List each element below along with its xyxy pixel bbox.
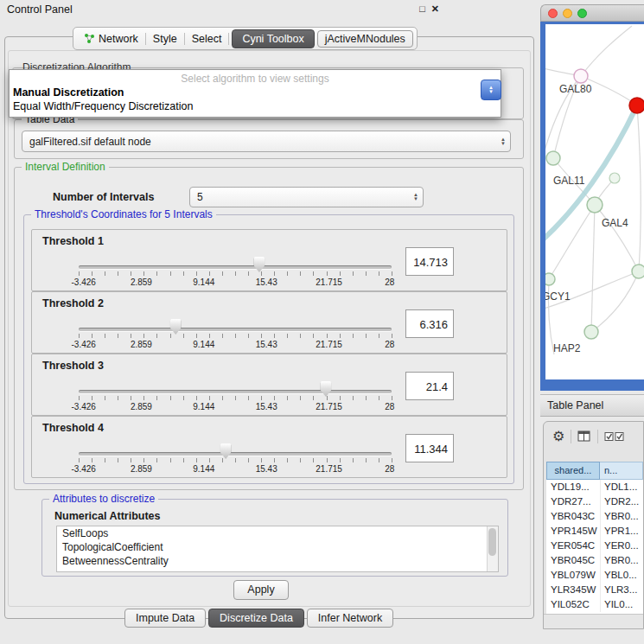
zoom-traffic-light[interactable] bbox=[577, 9, 587, 18]
column-header-name[interactable]: n... bbox=[600, 462, 643, 480]
table-row[interactable]: YBR043CYBR0... bbox=[546, 509, 643, 524]
slider-track[interactable] bbox=[79, 328, 392, 331]
cell: YDR27... bbox=[546, 494, 600, 509]
scrollbar-thumb[interactable] bbox=[488, 528, 496, 556]
tab-jactivemnodules[interactable]: jActiveMNodules bbox=[317, 30, 413, 48]
threshold-1-value-field[interactable]: 14.713 bbox=[405, 247, 454, 276]
table-row[interactable]: YLR345WYLR3... bbox=[546, 583, 643, 597]
threshold-2-value-field[interactable]: 6.316 bbox=[405, 309, 454, 338]
tab-network[interactable]: Network bbox=[77, 33, 145, 45]
threshold-1-panel: Threshold 1 -3.426 2.859 9.144 15.43 21.… bbox=[31, 229, 507, 291]
node-selected-red[interactable] bbox=[629, 98, 644, 113]
slider-thumb[interactable] bbox=[320, 381, 331, 397]
table-window: ⚙ shared... n... YDL19...YDL1... YDR27..… bbox=[543, 421, 644, 629]
threshold-3-value-field[interactable]: 21.4 bbox=[405, 372, 454, 400]
slider-scale: -3.426 2.859 9.144 15.43 21.715 28 bbox=[79, 402, 392, 412]
node-label: GAL11 bbox=[553, 175, 585, 187]
tab-select[interactable]: Select bbox=[185, 33, 229, 45]
threshold-4-slider[interactable]: -3.426 2.859 9.144 15.43 21.715 28 bbox=[79, 443, 392, 477]
threshold-2-slider[interactable]: -3.426 2.859 9.144 15.43 21.715 28 bbox=[79, 318, 392, 353]
scale-label: 9.144 bbox=[193, 464, 214, 474]
slider-thumb[interactable] bbox=[220, 443, 232, 459]
apply-button[interactable]: Apply bbox=[233, 580, 289, 600]
float-window-icon[interactable]: □ bbox=[419, 3, 425, 14]
slider-scale: -3.426 2.859 9.144 15.43 21.715 28 bbox=[79, 340, 392, 350]
tab-discretize-data[interactable]: Discretize Data bbox=[208, 609, 304, 628]
scale-label: 28 bbox=[385, 277, 394, 287]
cell: YER054C bbox=[546, 539, 600, 553]
select-columns-icons[interactable] bbox=[604, 431, 625, 442]
threshold-4-panel: Threshold 4 -3.426 2.859 9.144 15.43 21.… bbox=[31, 416, 507, 478]
node-gal11[interactable] bbox=[546, 151, 560, 165]
slider-thumb[interactable] bbox=[253, 257, 265, 272]
scale-label: 2.859 bbox=[131, 402, 152, 411]
node-gcy1[interactable] bbox=[545, 273, 555, 285]
interval-definition-title: Interval Definition bbox=[22, 161, 109, 173]
algorithm-combobox-stepper-button[interactable]: ▲ ▼ bbox=[481, 80, 501, 100]
cell: YIL052C bbox=[546, 597, 600, 612]
node-circle[interactable] bbox=[609, 173, 620, 183]
table-data-combobox[interactable]: galFiltered.sif default node ▲▼ bbox=[22, 131, 511, 152]
slider-scale: -3.426 2.859 9.144 15.43 21.715 28 bbox=[79, 464, 392, 475]
table-panel-header: Table Panel bbox=[540, 394, 644, 417]
screen: Control Panel □ ✕ Network Style Select C… bbox=[0, 0, 644, 644]
list-item[interactable]: TopologicalCoefficient bbox=[57, 540, 498, 554]
cell: YLR345W bbox=[546, 583, 600, 597]
threshold-4-value-field[interactable]: 11.344 bbox=[405, 434, 454, 462]
dropdown-option-manual-discretization[interactable]: Manual Discretization bbox=[13, 86, 124, 99]
slider-track[interactable] bbox=[79, 265, 392, 269]
column-header-shared-name[interactable]: shared... bbox=[546, 462, 600, 480]
threshold-1-slider[interactable]: -3.426 2.859 9.144 15.43 21.715 28 bbox=[79, 256, 392, 290]
node-label: HAP2 bbox=[553, 342, 581, 354]
scale-label: 21.715 bbox=[316, 277, 342, 287]
minimize-traffic-light[interactable] bbox=[563, 9, 572, 18]
close-traffic-light[interactable] bbox=[548, 9, 558, 18]
table-body: YDL19...YDL1... YDR27...YDR2... YBR043CY… bbox=[546, 480, 643, 614]
scale-label: 15.43 bbox=[256, 402, 277, 411]
gear-icon[interactable]: ⚙ bbox=[552, 430, 564, 443]
network-window-titlebar[interactable] bbox=[540, 4, 644, 22]
scale-label: 9.144 bbox=[193, 277, 214, 287]
table-row[interactable]: YDL19...YDL1... bbox=[546, 480, 643, 494]
tab-cyni-toolbox[interactable]: Cyni Toolbox bbox=[232, 29, 314, 48]
threshold-4-label: Threshold 4 bbox=[42, 422, 104, 434]
node-hap2[interactable] bbox=[584, 325, 598, 339]
table-toolbar: ⚙ bbox=[552, 425, 625, 448]
slider-thumb[interactable] bbox=[170, 319, 182, 335]
number-of-intervals-combobox[interactable]: 5 ▲▼ bbox=[189, 187, 424, 207]
table-row[interactable]: YDR27...YDR2... bbox=[546, 494, 643, 509]
table-horizontal-scroll-area[interactable] bbox=[544, 614, 643, 628]
scale-label: 9.144 bbox=[193, 402, 214, 411]
thresholds-group: Threshold's Coordinates for 5 Intervals … bbox=[23, 214, 514, 484]
network-edges bbox=[545, 26, 641, 354]
table-row[interactable]: YBR045CYBR0... bbox=[546, 553, 643, 568]
list-item[interactable]: SelfLoops bbox=[57, 526, 498, 540]
columns-icon[interactable] bbox=[577, 430, 591, 443]
numerical-attributes-list[interactable]: SelfLoops TopologicalCoefficient Between… bbox=[56, 526, 499, 572]
tab-style[interactable]: Style bbox=[146, 33, 184, 45]
tab-impute-data[interactable]: Impute Data bbox=[124, 609, 206, 628]
slider-track[interactable] bbox=[79, 390, 392, 393]
cell: YLR3... bbox=[600, 583, 643, 597]
scale-label: -3.426 bbox=[71, 402, 95, 411]
tab-divider bbox=[228, 33, 229, 45]
table-data-value: galFiltered.sif default node bbox=[29, 136, 151, 148]
table-row[interactable]: YBL079WYBL0... bbox=[546, 568, 643, 583]
threshold-3-slider[interactable]: -3.426 2.859 9.144 15.43 21.715 28 bbox=[79, 380, 392, 415]
table-row[interactable]: YER054CYER0... bbox=[546, 539, 643, 553]
number-of-intervals-value: 5 bbox=[197, 191, 203, 203]
network-canvas[interactable]: GAL80 GAL11 GAL4 GCY1 HAP2 bbox=[545, 24, 644, 379]
list-scrollbar[interactable] bbox=[487, 526, 498, 571]
threshold-3-label: Threshold 3 bbox=[42, 360, 104, 372]
list-item[interactable]: BetweennessCentrality bbox=[57, 554, 498, 568]
close-icon[interactable]: ✕ bbox=[431, 3, 439, 15]
tab-infer-network[interactable]: Infer Network bbox=[307, 609, 393, 628]
table-row[interactable]: YIL052CYIL0... bbox=[546, 597, 643, 612]
node-circle[interactable] bbox=[632, 265, 644, 278]
node-gal4[interactable] bbox=[587, 197, 603, 213]
table-row[interactable]: YPR145WYPR1... bbox=[546, 524, 643, 539]
dropdown-option-equal-width-frequency[interactable]: Equal Width/Frequency Discretization bbox=[13, 100, 193, 112]
scale-label: 2.859 bbox=[131, 464, 152, 474]
node-gal80[interactable] bbox=[574, 69, 588, 83]
slider-track[interactable] bbox=[79, 452, 392, 456]
